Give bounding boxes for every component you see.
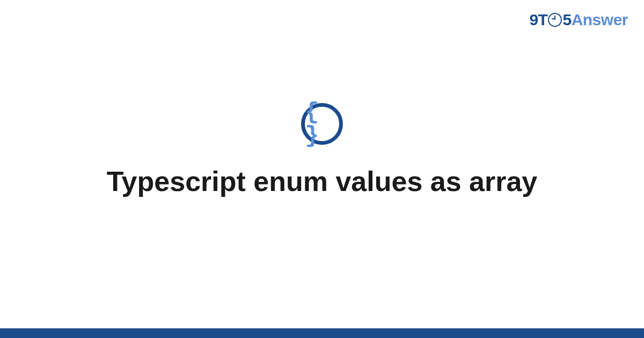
category-badge: { } (301, 103, 343, 145)
header: 9T 5 Answer (529, 11, 628, 29)
footer-accent-bar (0, 328, 644, 338)
logo-text-9t: 9T (529, 11, 547, 29)
clock-icon (548, 13, 562, 27)
logo-text-answer: Answer (572, 11, 628, 29)
site-logo[interactable]: 9T 5 Answer (529, 11, 628, 29)
braces-icon: { } (305, 100, 339, 148)
page-title: Typescript enum values as array (107, 165, 538, 197)
main-content: { } Typescript enum values as array (0, 0, 644, 338)
logo-text-5: 5 (562, 11, 571, 29)
